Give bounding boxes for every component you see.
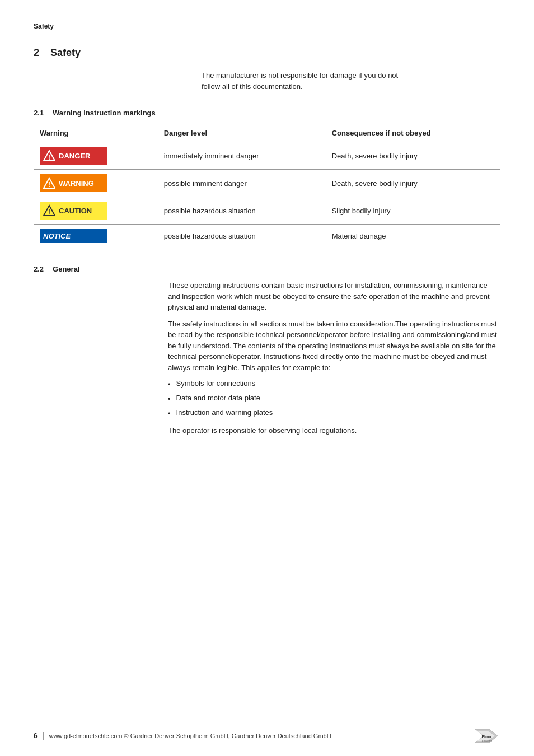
danger-level-cell: immediately imminent danger bbox=[158, 142, 326, 170]
bullet-text: Data and motor data plate bbox=[176, 393, 260, 404]
badge-cell-warning: ! WARNING bbox=[34, 170, 158, 197]
warning-icon: ! bbox=[43, 177, 55, 189]
footer-url: www.gd-elmorietschle.com © Gardner Denve… bbox=[49, 732, 331, 739]
svg-text:!: ! bbox=[48, 153, 50, 161]
page-number: 6 bbox=[34, 732, 38, 740]
table-row: ! WARNING possible imminent danger Death… bbox=[34, 170, 500, 197]
danger-icon: ! bbox=[43, 150, 55, 162]
warning-badge: ! WARNING bbox=[40, 174, 107, 192]
section-2-1-name: Warning instruction markings bbox=[53, 109, 156, 117]
consequences-cell: Material damage bbox=[326, 225, 500, 248]
section-2-name: Safety bbox=[50, 47, 81, 59]
section-2-2-content: These operating instructions contain bas… bbox=[34, 280, 500, 441]
elmo-rietschle-logo: Elmo Rietschle bbox=[472, 727, 500, 745]
bullet-dot: • bbox=[168, 409, 171, 419]
table-row: ! DANGER immediately imminent danger Dea… bbox=[34, 142, 500, 170]
col-left-empty bbox=[34, 280, 168, 441]
section-2-2-title: 2.2 General bbox=[34, 265, 500, 273]
section-2-1-number: 2.1 bbox=[34, 109, 44, 117]
footer-divider bbox=[43, 732, 44, 740]
breadcrumb: Safety bbox=[34, 22, 500, 30]
consequences-cell: Slight bodily injury bbox=[326, 197, 500, 225]
badge-cell-danger: ! DANGER bbox=[34, 142, 158, 170]
table-row: NOTICE possible hazardous situation Mate… bbox=[34, 225, 500, 248]
bullet-list: • Symbols for connections • Data and mot… bbox=[168, 379, 500, 419]
danger-level-cell: possible imminent danger bbox=[158, 170, 326, 197]
svg-text:Elmo: Elmo bbox=[481, 735, 491, 739]
list-item: • Instruction and warning plates bbox=[168, 408, 500, 419]
page-footer: 6 www.gd-elmorietschle.com © Gardner Den… bbox=[0, 722, 534, 745]
page-content: Safety 2 Safety The manufacturer is not … bbox=[0, 0, 534, 486]
warning-label: WARNING bbox=[59, 179, 94, 188]
caution-label: CAUTION bbox=[59, 207, 92, 215]
copyright-text: © Gardner Denver Schopfheim GmbH, Gardne… bbox=[124, 732, 331, 739]
warning-table: Warning Danger level Consequences if not… bbox=[34, 124, 500, 248]
notice-label: NOTICE bbox=[43, 232, 71, 240]
svg-text:!: ! bbox=[48, 181, 50, 189]
notice-badge: NOTICE bbox=[40, 229, 107, 243]
danger-badge: ! DANGER bbox=[40, 147, 107, 165]
list-item: • Symbols for connections bbox=[168, 379, 500, 390]
para-1: These operating instructions contain bas… bbox=[168, 280, 500, 313]
col-right-text: These operating instructions contain bas… bbox=[168, 280, 500, 441]
svg-text:!: ! bbox=[48, 208, 50, 216]
danger-level-cell: possible hazardous situation bbox=[158, 225, 326, 248]
closing-para: The operator is responsible for observin… bbox=[168, 425, 500, 436]
section-2-title: 2 Safety bbox=[34, 47, 500, 59]
url-text: www.gd-elmorietschle.com bbox=[49, 732, 123, 739]
section-2-2-number: 2.2 bbox=[34, 265, 44, 273]
table-row: ! CAUTION possible hazardous situation S… bbox=[34, 197, 500, 225]
col-consequences: Consequences if not obeyed bbox=[326, 124, 500, 142]
section-2-intro: The manufacturer is not responsible for … bbox=[202, 70, 414, 92]
section-2-1-title: 2.1 Warning instruction markings bbox=[34, 109, 500, 117]
section-2-number: 2 bbox=[34, 47, 39, 59]
danger-level-cell: possible hazardous situation bbox=[158, 197, 326, 225]
bullet-text: Symbols for connections bbox=[176, 379, 256, 390]
bullet-dot: • bbox=[168, 394, 171, 404]
badge-cell-caution: ! CAUTION bbox=[34, 197, 158, 225]
svg-text:Rietschle: Rietschle bbox=[481, 739, 493, 743]
col-danger-level: Danger level bbox=[158, 124, 326, 142]
para-2: The safety instructions in all sections … bbox=[168, 319, 500, 374]
bullet-dot: • bbox=[168, 380, 171, 390]
badge-cell-notice: NOTICE bbox=[34, 225, 158, 248]
col-warning: Warning bbox=[34, 124, 158, 142]
section-2-2-name: General bbox=[53, 265, 79, 273]
caution-badge: ! CAUTION bbox=[40, 202, 107, 220]
list-item: • Data and motor data plate bbox=[168, 393, 500, 404]
caution-icon: ! bbox=[43, 204, 55, 217]
logo-svg: Elmo Rietschle bbox=[472, 727, 500, 745]
danger-label: DANGER bbox=[59, 152, 90, 160]
consequences-cell: Death, severe bodily injury bbox=[326, 142, 500, 170]
consequences-cell: Death, severe bodily injury bbox=[326, 170, 500, 197]
bullet-text: Instruction and warning plates bbox=[176, 408, 273, 419]
